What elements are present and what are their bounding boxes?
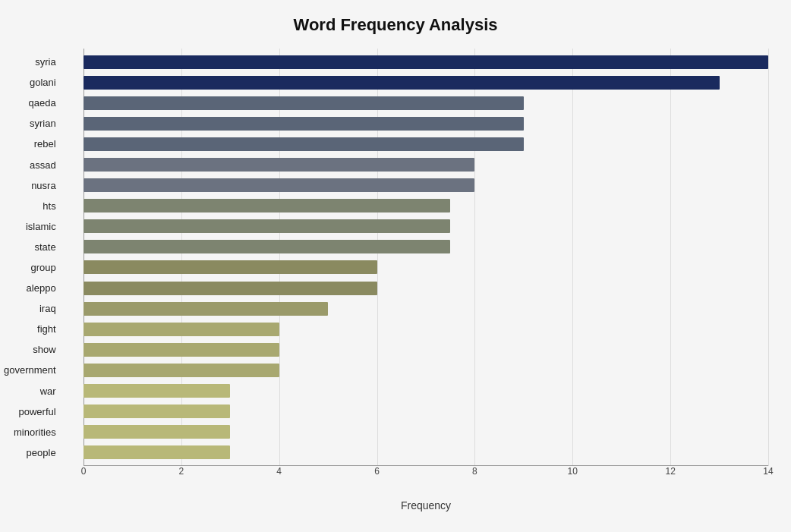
bar-row [84, 238, 768, 255]
x-axis: Frequency 02468101214 [84, 466, 768, 489]
y-label: assad [4, 156, 61, 173]
x-tick-label: 8 [472, 466, 477, 477]
x-tick-label: 2 [179, 466, 184, 477]
y-label: war [4, 382, 61, 399]
bar-row [84, 95, 768, 112]
bar-row [84, 301, 768, 317]
x-tick-label: 14 [763, 466, 773, 477]
bar-row [84, 321, 768, 338]
y-label: group [4, 259, 61, 275]
y-label: rebel [4, 136, 61, 153]
grid-line [768, 49, 769, 466]
bar [84, 445, 230, 459]
y-label: powerful [4, 403, 61, 420]
y-label: state [4, 238, 61, 255]
bar [84, 96, 524, 110]
y-label: syria [4, 54, 61, 71]
bar-row [84, 280, 768, 297]
y-label: government [4, 362, 61, 379]
bar [84, 323, 279, 336]
bar [84, 137, 524, 151]
bar [84, 405, 230, 418]
bar-row [84, 423, 768, 440]
bar-row [84, 54, 768, 71]
bar-row [84, 342, 768, 358]
bar-row [84, 156, 768, 173]
bar [84, 158, 474, 172]
y-label: qaeda [4, 95, 61, 112]
bar [84, 343, 279, 357]
bar-row [84, 362, 768, 379]
bar-row [84, 74, 768, 91]
bar-row [84, 444, 768, 461]
bar [84, 364, 279, 377]
y-label: minorities [4, 423, 61, 440]
x-axis-label: Frequency [401, 499, 451, 512]
chart-title: Word Frequency Analysis [23, 15, 768, 35]
y-label: people [4, 444, 61, 461]
bar [84, 240, 450, 253]
bar [84, 260, 377, 274]
bar-row [84, 177, 768, 194]
bar [84, 425, 230, 439]
x-tick-label: 10 [568, 466, 578, 477]
x-tick-label: 12 [665, 466, 675, 477]
bar-row [84, 218, 768, 235]
bar [84, 302, 328, 316]
y-label: hts [4, 197, 61, 214]
y-label: islamic [4, 218, 61, 235]
bar-row [84, 136, 768, 153]
y-label: show [4, 342, 61, 358]
chart-container: Word Frequency Analysis syriagolaniqaeda… [0, 0, 791, 532]
bar [84, 55, 768, 69]
y-label: syrian [4, 115, 61, 132]
bar [84, 76, 720, 90]
y-label: nusra [4, 177, 61, 194]
bar [84, 117, 524, 131]
bar-row [84, 403, 768, 420]
bar [84, 384, 230, 398]
x-tick-label: 6 [374, 466, 380, 477]
chart-area: syriagolaniqaedasyrianrebelassadnusrahts… [84, 49, 768, 489]
bar-row [84, 382, 768, 399]
x-tick-label: 0 [81, 466, 87, 477]
y-label: fight [4, 321, 61, 338]
x-tick-label: 4 [276, 466, 282, 477]
bar [84, 282, 377, 295]
y-labels: syriagolaniqaedasyrianrebelassadnusrahts… [4, 49, 61, 466]
bar-row [84, 197, 768, 214]
y-label: iraq [4, 301, 61, 317]
bar [84, 219, 450, 233]
y-label: aleppo [4, 280, 61, 297]
bar-row [84, 259, 768, 275]
y-label: golani [4, 74, 61, 91]
bar-row [84, 115, 768, 132]
bar [84, 199, 450, 212]
bars-container [84, 49, 768, 466]
bar [84, 178, 474, 192]
